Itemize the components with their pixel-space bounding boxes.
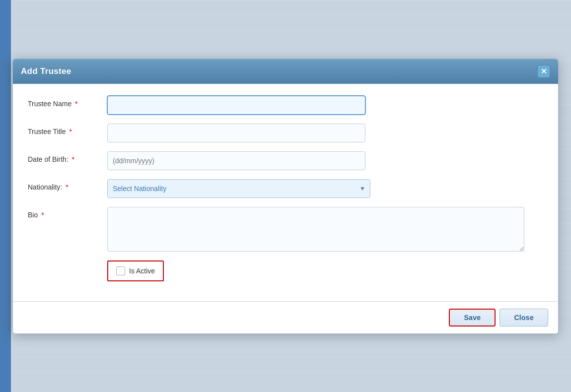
trustee-name-input[interactable] [107,96,365,115]
trustee-title-row: Trustee Title * [28,124,543,142]
sidebar-panel [0,0,11,392]
modal-header: Add Trustee ✕ [13,59,558,84]
bio-row: Bio * [28,207,543,252]
nationality-label: Nationality: * [28,179,107,191]
nationality-select[interactable]: Select Nationality [107,179,370,198]
date-of-birth-input[interactable] [107,151,365,170]
required-star-nationality: * [66,183,68,191]
bio-textarea[interactable] [107,207,524,252]
trustee-name-label: Trustee Name * [28,96,107,108]
trustee-title-label: Trustee Title * [28,124,107,135]
is-active-label: Is Active [129,267,155,275]
required-star: * [75,100,77,108]
date-of-birth-label: Date of Birth: * [28,151,107,163]
modal-close-button[interactable]: ✕ [537,65,550,78]
modal-body: Trustee Name * Trustee Title * Date of B… [13,84,558,301]
is-active-container[interactable]: Is Active [107,261,164,281]
trustee-title-input[interactable] [107,124,365,142]
required-star-bio: * [41,211,44,219]
modal-footer: Save Close [13,301,558,333]
bio-label: Bio * [28,207,107,219]
close-button[interactable]: Close [500,309,548,327]
is-active-wrapper: Is Active [107,261,543,281]
date-of-birth-row: Date of Birth: * [28,151,543,170]
add-trustee-modal: Add Trustee ✕ Trustee Name * Trustee Tit… [12,59,559,334]
required-star-title: * [69,128,71,135]
save-button[interactable]: Save [449,309,496,327]
nationality-row: Nationality: * Select Nationality ▼ [28,179,543,198]
trustee-name-row: Trustee Name * [28,96,543,115]
modal-overlay: Add Trustee ✕ Trustee Name * Trustee Tit… [12,59,559,334]
required-star-dob: * [72,155,74,163]
is-active-checkbox[interactable] [116,266,125,275]
nationality-wrapper: Select Nationality ▼ [107,179,370,198]
modal-title: Add Trustee [21,66,71,76]
